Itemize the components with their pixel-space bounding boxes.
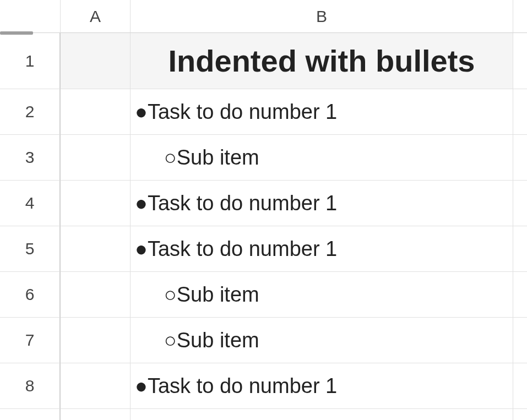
cell-a9[interactable] [61, 409, 131, 420]
cell-edge [513, 226, 527, 272]
row-header-7[interactable]: 7 [0, 318, 61, 363]
cell-a1[interactable] [61, 33, 131, 89]
select-all-corner[interactable] [0, 0, 61, 33]
cell-a3[interactable] [61, 135, 131, 181]
row-header-3[interactable]: 3 [0, 135, 61, 181]
cell-b1[interactable]: Indented with bullets [131, 33, 513, 89]
cell-a4[interactable] [61, 181, 131, 226]
cell-a6[interactable] [61, 272, 131, 318]
cell-b8[interactable]: ●Task to do number 1 [131, 363, 513, 409]
cell-edge [513, 318, 527, 363]
cell-a2[interactable] [61, 89, 131, 135]
cell-a5[interactable] [61, 226, 131, 272]
cell-b7[interactable]: ○Sub item [131, 318, 513, 363]
row-header-1[interactable]: 1 [0, 33, 61, 89]
cell-edge [513, 89, 527, 135]
row-header-6[interactable]: 6 [0, 272, 61, 318]
cell-b5[interactable]: ●Task to do number 1 [131, 226, 513, 272]
cell-edge [513, 181, 527, 226]
cell-b2[interactable]: ●Task to do number 1 [131, 89, 513, 135]
cell-edge [513, 33, 527, 89]
cell-b6[interactable]: ○Sub item [131, 272, 513, 318]
cell-edge [513, 409, 527, 420]
cell-edge [513, 363, 527, 409]
row-header-2[interactable]: 2 [0, 89, 61, 135]
column-header-a[interactable]: A [61, 0, 131, 33]
row-header-9[interactable] [0, 409, 61, 420]
row-header-5[interactable]: 5 [0, 226, 61, 272]
spreadsheet-grid: A B 1 Indented with bullets 2 ●Task to d… [0, 0, 527, 420]
cell-edge [513, 135, 527, 181]
row-header-8[interactable]: 8 [0, 363, 61, 409]
cell-b9[interactable] [131, 409, 513, 420]
cell-b3[interactable]: ○Sub item [131, 135, 513, 181]
column-header-edge [513, 0, 527, 33]
cell-edge [513, 272, 527, 318]
cell-a8[interactable] [61, 363, 131, 409]
cell-b4[interactable]: ●Task to do number 1 [131, 181, 513, 226]
cell-a7[interactable] [61, 318, 131, 363]
row-header-4[interactable]: 4 [0, 181, 61, 226]
column-header-b[interactable]: B [131, 0, 513, 33]
